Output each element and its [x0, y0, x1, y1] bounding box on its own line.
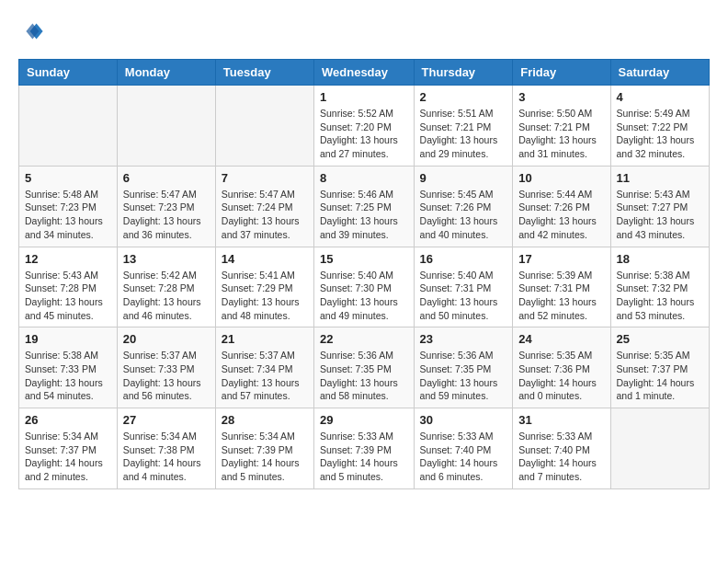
calendar-cell: 6Sunrise: 5:47 AM Sunset: 7:23 PM Daylig… — [117, 166, 215, 247]
cell-info: Sunrise: 5:38 AM Sunset: 7:32 PM Dayligh… — [617, 269, 703, 323]
calendar-cell: 25Sunrise: 5:35 AM Sunset: 7:37 PM Dayli… — [610, 327, 709, 408]
cell-info: Sunrise: 5:35 AM Sunset: 7:37 PM Dayligh… — [617, 349, 703, 403]
cell-info: Sunrise: 5:43 AM Sunset: 7:27 PM Dayligh… — [617, 188, 703, 242]
day-number: 9 — [420, 171, 507, 185]
calendar-cell: 30Sunrise: 5:33 AM Sunset: 7:40 PM Dayli… — [414, 408, 513, 489]
calendar-week-row: 26Sunrise: 5:34 AM Sunset: 7:37 PM Dayli… — [19, 408, 710, 489]
logo — [18, 18, 48, 44]
cell-info: Sunrise: 5:42 AM Sunset: 7:28 PM Dayligh… — [123, 269, 210, 323]
cell-info: Sunrise: 5:37 AM Sunset: 7:34 PM Dayligh… — [222, 349, 308, 403]
calendar-cell: 29Sunrise: 5:33 AM Sunset: 7:39 PM Dayli… — [314, 408, 415, 489]
calendar-cell: 21Sunrise: 5:37 AM Sunset: 7:34 PM Dayli… — [215, 327, 313, 408]
calendar-cell: 24Sunrise: 5:35 AM Sunset: 7:36 PM Dayli… — [513, 327, 610, 408]
day-number: 22 — [320, 332, 408, 346]
day-number: 17 — [518, 252, 604, 266]
day-number: 10 — [518, 171, 604, 185]
cell-info: Sunrise: 5:46 AM Sunset: 7:25 PM Dayligh… — [320, 188, 408, 242]
day-number: 8 — [320, 171, 408, 185]
calendar-cell: 1Sunrise: 5:52 AM Sunset: 7:20 PM Daylig… — [314, 86, 415, 167]
day-number: 5 — [25, 171, 111, 185]
column-header-saturday: Saturday — [610, 60, 709, 86]
day-number: 16 — [420, 252, 507, 266]
day-number: 18 — [617, 252, 703, 266]
calendar-cell: 13Sunrise: 5:42 AM Sunset: 7:28 PM Dayli… — [117, 247, 215, 327]
calendar-cell: 22Sunrise: 5:36 AM Sunset: 7:35 PM Dayli… — [314, 327, 415, 408]
cell-info: Sunrise: 5:45 AM Sunset: 7:26 PM Dayligh… — [420, 188, 507, 242]
day-number: 28 — [222, 413, 308, 427]
calendar-week-row: 12Sunrise: 5:43 AM Sunset: 7:28 PM Dayli… — [19, 247, 710, 327]
day-number: 4 — [617, 90, 703, 104]
cell-info: Sunrise: 5:40 AM Sunset: 7:31 PM Dayligh… — [420, 269, 507, 323]
day-number: 31 — [518, 413, 604, 427]
day-number: 12 — [25, 252, 111, 266]
calendar-cell: 28Sunrise: 5:34 AM Sunset: 7:39 PM Dayli… — [215, 408, 313, 489]
calendar-cell: 8Sunrise: 5:46 AM Sunset: 7:25 PM Daylig… — [314, 166, 415, 247]
day-number: 24 — [518, 332, 604, 346]
day-number: 26 — [25, 413, 111, 427]
cell-info: Sunrise: 5:36 AM Sunset: 7:35 PM Dayligh… — [420, 349, 507, 403]
calendar-cell: 14Sunrise: 5:41 AM Sunset: 7:29 PM Dayli… — [215, 247, 313, 327]
column-header-wednesday: Wednesday — [314, 60, 415, 86]
calendar-week-row: 1Sunrise: 5:52 AM Sunset: 7:20 PM Daylig… — [19, 86, 710, 167]
day-number: 25 — [617, 332, 703, 346]
calendar-cell: 3Sunrise: 5:50 AM Sunset: 7:21 PM Daylig… — [513, 86, 610, 167]
day-number: 14 — [222, 252, 308, 266]
cell-info: Sunrise: 5:35 AM Sunset: 7:36 PM Dayligh… — [518, 349, 604, 403]
calendar-cell: 2Sunrise: 5:51 AM Sunset: 7:21 PM Daylig… — [414, 86, 513, 167]
cell-info: Sunrise: 5:33 AM Sunset: 7:40 PM Dayligh… — [518, 430, 604, 484]
page-header — [18, 18, 710, 44]
day-number: 6 — [123, 171, 210, 185]
calendar-cell: 18Sunrise: 5:38 AM Sunset: 7:32 PM Dayli… — [610, 247, 709, 327]
day-number: 19 — [25, 332, 111, 346]
calendar-cell: 4Sunrise: 5:49 AM Sunset: 7:22 PM Daylig… — [610, 86, 709, 167]
calendar-header-row: SundayMondayTuesdayWednesdayThursdayFrid… — [19, 60, 710, 86]
cell-info: Sunrise: 5:34 AM Sunset: 7:38 PM Dayligh… — [123, 430, 210, 484]
column-header-friday: Friday — [513, 60, 610, 86]
day-number: 29 — [320, 413, 408, 427]
cell-info: Sunrise: 5:44 AM Sunset: 7:26 PM Dayligh… — [518, 188, 604, 242]
day-number: 30 — [420, 413, 507, 427]
cell-info: Sunrise: 5:50 AM Sunset: 7:21 PM Dayligh… — [518, 107, 604, 161]
column-header-tuesday: Tuesday — [215, 60, 313, 86]
column-header-sunday: Sunday — [19, 60, 118, 86]
cell-info: Sunrise: 5:36 AM Sunset: 7:35 PM Dayligh… — [320, 349, 408, 403]
calendar-cell: 16Sunrise: 5:40 AM Sunset: 7:31 PM Dayli… — [414, 247, 513, 327]
cell-info: Sunrise: 5:34 AM Sunset: 7:39 PM Dayligh… — [222, 430, 308, 484]
calendar-cell: 17Sunrise: 5:39 AM Sunset: 7:31 PM Dayli… — [513, 247, 610, 327]
cell-info: Sunrise: 5:39 AM Sunset: 7:31 PM Dayligh… — [518, 269, 604, 323]
day-number: 27 — [123, 413, 210, 427]
day-number: 3 — [518, 90, 604, 104]
calendar-cell: 23Sunrise: 5:36 AM Sunset: 7:35 PM Dayli… — [414, 327, 513, 408]
day-number: 20 — [123, 332, 210, 346]
cell-info: Sunrise: 5:43 AM Sunset: 7:28 PM Dayligh… — [25, 269, 111, 323]
day-number: 2 — [420, 90, 507, 104]
day-number: 23 — [420, 332, 507, 346]
calendar-cell — [19, 86, 118, 167]
calendar-cell: 19Sunrise: 5:38 AM Sunset: 7:33 PM Dayli… — [19, 327, 118, 408]
day-number: 1 — [320, 90, 408, 104]
column-header-thursday: Thursday — [414, 60, 513, 86]
cell-info: Sunrise: 5:40 AM Sunset: 7:30 PM Dayligh… — [320, 269, 408, 323]
calendar-cell: 5Sunrise: 5:48 AM Sunset: 7:23 PM Daylig… — [19, 166, 118, 247]
cell-info: Sunrise: 5:38 AM Sunset: 7:33 PM Dayligh… — [25, 349, 111, 403]
day-number: 11 — [617, 171, 703, 185]
calendar-cell — [610, 408, 709, 489]
cell-info: Sunrise: 5:47 AM Sunset: 7:23 PM Dayligh… — [123, 188, 210, 242]
calendar-cell: 20Sunrise: 5:37 AM Sunset: 7:33 PM Dayli… — [117, 327, 215, 408]
column-header-monday: Monday — [117, 60, 215, 86]
day-number: 15 — [320, 252, 408, 266]
calendar-cell: 7Sunrise: 5:47 AM Sunset: 7:24 PM Daylig… — [215, 166, 313, 247]
cell-info: Sunrise: 5:34 AM Sunset: 7:37 PM Dayligh… — [25, 430, 111, 484]
day-number: 21 — [222, 332, 308, 346]
calendar-cell: 11Sunrise: 5:43 AM Sunset: 7:27 PM Dayli… — [610, 166, 709, 247]
calendar-cell — [117, 86, 215, 167]
cell-info: Sunrise: 5:33 AM Sunset: 7:40 PM Dayligh… — [420, 430, 507, 484]
calendar-cell: 26Sunrise: 5:34 AM Sunset: 7:37 PM Dayli… — [19, 408, 118, 489]
calendar-cell: 15Sunrise: 5:40 AM Sunset: 7:30 PM Dayli… — [314, 247, 415, 327]
cell-info: Sunrise: 5:37 AM Sunset: 7:33 PM Dayligh… — [123, 349, 210, 403]
calendar-cell: 31Sunrise: 5:33 AM Sunset: 7:40 PM Dayli… — [513, 408, 610, 489]
calendar-week-row: 5Sunrise: 5:48 AM Sunset: 7:23 PM Daylig… — [19, 166, 710, 247]
calendar-cell — [215, 86, 313, 167]
calendar-cell: 9Sunrise: 5:45 AM Sunset: 7:26 PM Daylig… — [414, 166, 513, 247]
cell-info: Sunrise: 5:52 AM Sunset: 7:20 PM Dayligh… — [320, 107, 408, 161]
